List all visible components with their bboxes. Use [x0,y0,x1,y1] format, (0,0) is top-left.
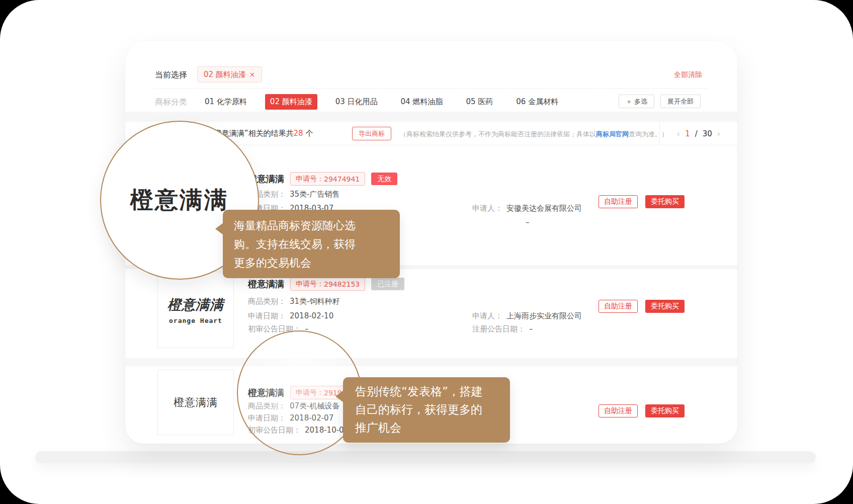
category-tabs: 01 化学原料 02 颜料油漆 03 日化用品 04 燃料油脂 05 医药 06… [200,92,563,112]
status-badge: 无效 [371,173,397,185]
filter-tag-text: 02 颜料油漆 [204,70,246,79]
disclaimer-note: （商标检索结果仅供参考，不作为商标能否注册的法律依据；具体以商标局官网查询为准。… [400,130,668,139]
multi-select-label: 多选 [634,97,647,106]
results-count: 28 [294,129,303,138]
close-icon[interactable]: × [249,70,255,78]
tooltip-marketplace: 海量精品商标资源随心选 购。支持在线交易，获得 更多的交易机会 [223,210,400,278]
row-actions: 自助注册 委托购买 [599,404,685,417]
field-value: – [529,324,533,333]
current-selection-label: 当前选择 [155,70,187,80]
note-text-before: （商标检索结果仅供参考，不作为商标能否注册的法律依据；具体以 [400,130,596,138]
next-page-icon[interactable]: › [717,129,721,139]
magnified-trademark-text: 橙意满满 [130,185,229,216]
trademark-title-line: 橙意满满 申请号：29482153 已注册 [248,277,404,291]
applicant-field: 申请人：上海雨步实业有限公司 [472,311,582,321]
category-bar-label: 商标分类 [155,97,187,108]
field-value: 2018-02-10 [290,311,333,320]
entrust-purchase-button[interactable]: 委托购买 [645,300,685,313]
tab-category-05[interactable]: 05 医药 [461,94,498,110]
tooltip-line: 更多的交易机会 [234,254,389,272]
trademark-image-subtext: orange Heart [169,317,222,324]
self-register-button[interactable]: 自助注册 [599,195,638,208]
field-label: 申请人： [472,311,502,320]
registration-pub-field: 注册公告日期：– [472,324,533,334]
laptop-base [35,451,816,463]
tab-category-03[interactable]: 03 日化用品 [330,94,383,110]
pagination: ‹ 1 / 30 › [659,122,737,145]
field-label: 注册公告日期： [472,324,525,333]
registration-pub-field: – [526,218,530,227]
entrust-purchase-button[interactable]: 委托购买 [645,195,685,208]
field-value: 31类-饲料种籽 [290,297,340,306]
row-actions: 自助注册 委托购买 [599,300,685,313]
category-line: 商品类别：35类-广告销售 [248,190,340,199]
field-label: 申请日期： [248,311,286,320]
plus-icon: ＋ [626,97,632,106]
trademark-office-link[interactable]: 商标局官网 [596,130,629,138]
trademark-image-text: 橙意满满 [174,395,218,409]
tooltip-line: 购。支持在线交易，获得 [234,235,389,254]
status-badge: 已注册 [371,278,404,290]
trademark-image: 橙意满满 orange Heart [157,272,234,348]
field-value: 安徽美达会展有限公司 [506,204,582,213]
date-line: 申请日期：2018-02-10 申请人：上海雨步实业有限公司 [248,311,333,321]
field-value: 上海雨步实业有限公司 [506,311,582,320]
self-register-button[interactable]: 自助注册 [599,404,638,417]
tooltip-line: 自己的标行，获得更多的 [355,400,498,418]
field-label: 商品类别： [248,297,286,306]
clear-all-button[interactable]: 全部清除 [674,70,702,79]
field-label: 申请人： [472,204,502,213]
row-gap [125,358,737,366]
application-number-label: 申请号： [296,175,324,184]
expand-all-button[interactable]: 展开全部 [660,95,701,108]
trademark-title-line: 橙意满满 申请号：29474941 无效 [248,172,397,186]
tab-category-01[interactable]: 01 化学原料 [200,94,252,110]
trademark-image: 橙意满满 [157,370,234,435]
selected-filter-tag[interactable]: 02 颜料油漆 × [197,66,262,82]
tooltip-line: 海量精品商标资源随心选 [234,216,389,235]
entrust-purchase-button[interactable]: 委托购买 [645,404,685,417]
field-value: – [526,218,530,227]
tooltip-arrow-icon [215,223,223,235]
tooltip-line: 推广机会 [355,418,498,437]
category-line: 商品类别：31类-饲料种籽 [248,297,340,306]
tab-category-06[interactable]: 06 金属材料 [511,94,563,110]
page-divider: / [695,129,698,138]
tooltip-arrow-icon [335,390,344,402]
tooltip-line: 告别传统“发表格”，搭建 [355,382,498,400]
application-number-value: 29482153 [324,280,360,288]
export-trademarks-button[interactable]: 导出商标 [352,127,391,140]
application-number-label: 申请号： [296,280,324,289]
category-actions: ＋ 多选 展开全部 [619,95,701,108]
result-row: 橙意满满 orange Heart 橙意满满 申请号：29482153 已注册 … [125,269,737,358]
current-selection-bar: 当前选择 02 颜料油漆 × 全部清除 [125,41,737,88]
tab-category-02-selected[interactable]: 02 颜料油漆 [265,94,317,110]
marketing-canvas: 当前选择 02 颜料油漆 × 全部清除 商标分类 01 化学原料 02 颜料油漆… [0,0,853,504]
application-number-tag: 申请号：29474941 [290,172,365,186]
application-number-value: 29474941 [324,175,360,183]
row-actions: 自助注册 委托购买 [599,195,685,208]
prev-page-icon[interactable]: ‹ [676,129,680,139]
trademark-image-text: 橙意满满 [167,296,224,314]
self-register-button[interactable]: 自助注册 [599,300,638,313]
multi-select-button[interactable]: ＋ 多选 [619,95,654,108]
application-number-tag: 申请号：29482153 [290,277,365,291]
total-pages: 30 [703,129,712,138]
tooltip-promotion: 告别传统“发表格”，搭建 自己的标行，获得更多的 推广机会 [343,377,510,443]
section-gap [125,112,737,122]
field-value: 35类-广告销售 [290,190,340,199]
applicant-field: 申请人：安徽美达会展有限公司 [472,204,582,213]
summary-suffix: 个 [303,129,313,138]
trademark-name: 橙意满满 [248,278,284,290]
tab-category-04[interactable]: 04 燃料油脂 [396,94,448,110]
current-page: 1 [685,129,690,138]
